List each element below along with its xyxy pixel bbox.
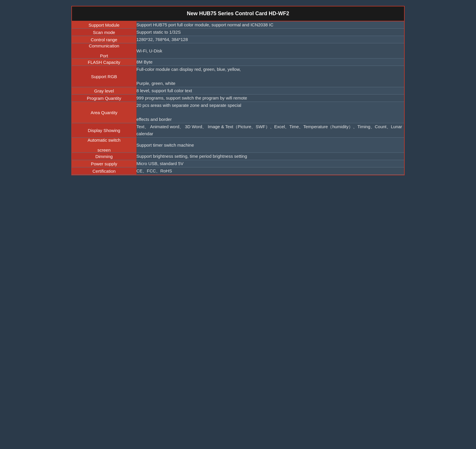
spec-table: Support ModuleSupport HUB75 port full co… (72, 21, 404, 175)
row-value-11: Support brightness setting, time period … (136, 153, 404, 160)
row-value-0: Support HUB75 port full color module, su… (136, 21, 404, 29)
table-row: CertificationCE、FCC、RoHS (72, 167, 404, 175)
table-row: Area Quantity20 pcs areas with separate … (72, 102, 404, 123)
row-label-1: Scan mode (72, 29, 136, 36)
spec-table-wrapper: New HUB75 Series Control Card HD-WF2 Sup… (71, 6, 405, 175)
row-label-0: Support Module (72, 21, 136, 29)
row-value-3: Wi-Fi, U-Disk (136, 43, 404, 59)
table-row: Support RGBFull-color module can display… (72, 66, 404, 87)
row-label-2: Control range (72, 36, 136, 43)
row-value-4: 8M Byte (136, 59, 404, 66)
row-value-5: Full-color module can display red, green… (136, 66, 404, 87)
table-row: Display ShowingText、 Animated word、 3D W… (72, 123, 404, 138)
row-label-12: Power supply (72, 160, 136, 167)
row-value-9: Text、 Animated word、 3D Word、 Image & Te… (136, 123, 404, 138)
table-row: Scan modeSupport static to 1/32S (72, 29, 404, 36)
row-value-6: 8 level, support full color text (136, 87, 404, 95)
row-label-5: Support RGB (72, 66, 136, 87)
row-value-8: 20 pcs areas with separate zone and sepa… (136, 102, 404, 123)
row-value-2: 1280*32, 768*64, 384*128 (136, 36, 404, 43)
table-row: Program Quantity999 programs, support sw… (72, 95, 404, 102)
row-label-8: Area Quantity (72, 102, 136, 123)
row-value-7: 999 programs, support switch the program… (136, 95, 404, 102)
table-row: Control range1280*32, 768*64, 384*128 (72, 36, 404, 43)
row-label-11: Dimming (72, 153, 136, 160)
table-row: DimmingSupport brightness setting, time … (72, 153, 404, 160)
row-label-13: Certification (72, 167, 136, 175)
row-label-9: Display Showing (72, 123, 136, 138)
row-label-6: Gray level (72, 87, 136, 95)
table-row: FLASH Capacity8M Byte (72, 59, 404, 66)
row-label-4: FLASH Capacity (72, 59, 136, 66)
row-value-12: Micro USB, standard 5V (136, 160, 404, 167)
row-label-10: Automatic switchscreen (72, 138, 136, 153)
row-value-10: Support timer switch machine (136, 138, 404, 153)
table-row: Gray level8 level, support full color te… (72, 87, 404, 95)
table-row: Power supplyMicro USB, standard 5V (72, 160, 404, 167)
row-label-7: Program Quantity (72, 95, 136, 102)
row-value-13: CE、FCC、RoHS (136, 167, 404, 175)
row-label-3: CommunicationPort (72, 43, 136, 59)
row-value-1: Support static to 1/32S (136, 29, 404, 36)
table-row: Automatic switchscreenSupport timer swit… (72, 138, 404, 153)
table-row: Support ModuleSupport HUB75 port full co… (72, 21, 404, 29)
table-row: CommunicationPortWi-Fi, U-Disk (72, 43, 404, 59)
table-title: New HUB75 Series Control Card HD-WF2 (72, 6, 404, 21)
